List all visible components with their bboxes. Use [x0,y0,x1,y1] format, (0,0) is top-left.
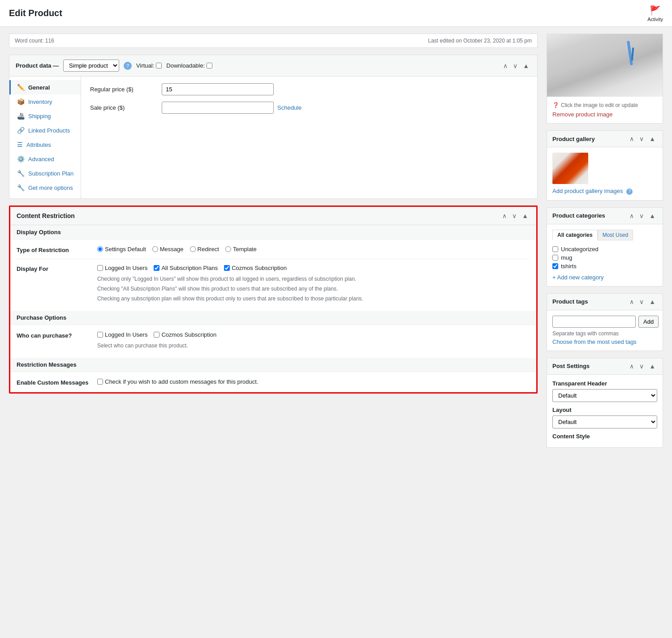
gallery-up-btn[interactable]: ∧ [628,134,636,143]
product-data-controls: ∧ ∨ ▲ [501,61,531,70]
purchase-checkbox-logged-in-input[interactable] [97,332,103,338]
radio-template[interactable]: Template [225,246,257,253]
checkbox-cozmos-input[interactable] [224,265,230,271]
nav-item-advanced[interactable]: ⚙️ Advanced [9,152,81,166]
last-edited: Last edited on October 23, 2020 at 1:05 … [428,38,532,44]
nav-item-shipping[interactable]: 🚢 Shipping [9,109,81,123]
sale-price-input[interactable] [162,102,274,114]
checkbox-all-subscription-input[interactable] [154,265,159,271]
post-settings-up-btn[interactable]: ∧ [628,362,636,371]
display-for-desc2: Checking "All Subscription Plans" will s… [97,285,530,293]
regular-price-input[interactable] [162,83,274,95]
checkbox-logged-in[interactable]: Logged In Users [97,265,147,271]
enable-custom-row: Enable Custom Messages Check if you wish… [17,378,530,386]
purchase-checkbox-cozmos[interactable]: Cozmos Subscription [154,331,216,338]
nav-item-more[interactable]: 🔧 Get more options [9,180,81,195]
nav-item-general[interactable]: ✏️ General [9,80,81,94]
schedule-link[interactable]: Schedule [277,104,302,111]
cat-item-uncategorized: Uncategorized [552,245,657,253]
radio-settings-default[interactable]: Settings Default [97,246,146,253]
product-type-select[interactable]: Simple product [63,60,119,72]
tags-input-row: Add [552,316,657,328]
remove-image-link[interactable]: Remove product image [552,111,612,118]
post-settings-header: Post Settings ∧ ∨ ▲ [547,358,663,375]
categories-toggle-btn[interactable]: ▲ [647,211,657,220]
virtual-label[interactable]: Virtual: [136,62,162,69]
collapse-down-btn[interactable]: ∨ [511,61,519,70]
layout-select[interactable]: Default [552,415,657,428]
transparent-header-select[interactable]: Default [552,389,657,402]
enable-custom-checkbox-label[interactable]: Check if you wish to add custom messages… [97,378,530,385]
cat-checkbox-mug[interactable] [552,255,558,261]
radio-message[interactable]: Message [152,246,184,253]
purchase-checkbox-logged-in[interactable]: Logged In Users [97,331,147,338]
display-options-header: Display Options [10,225,536,240]
virtual-checkbox[interactable] [156,63,162,69]
gallery-controls: ∧ ∨ ▲ [628,134,657,143]
cat-checkbox-uncategorized[interactable] [552,246,558,252]
nav-item-subscription[interactable]: 🔧 Subscription Plan [9,166,81,180]
purchase-checkbox-cozmos-input[interactable] [154,332,159,338]
nav-label-inventory: Inventory [28,98,52,105]
question-icon: ❓ [552,102,559,108]
checkbox-logged-in-input[interactable] [97,265,103,271]
tags-up-btn[interactable]: ∧ [628,297,636,306]
tags-hint: Separate tags with commas [552,330,657,337]
radio-redirect[interactable]: Redirect [190,246,219,253]
tags-down-btn[interactable]: ∨ [638,297,646,306]
gallery-down-btn[interactable]: ∨ [638,134,646,143]
post-settings-toggle-btn[interactable]: ▲ [647,362,657,371]
enable-custom-content: Check if you wish to add custom messages… [97,378,530,385]
nav-item-inventory[interactable]: 📦 Inventory [9,94,81,109]
cr-down-btn[interactable]: ∨ [510,211,518,220]
cr-up-btn[interactable]: ∧ [500,211,508,220]
categories-down-btn[interactable]: ∨ [638,211,646,220]
post-settings-down-btn[interactable]: ∨ [638,362,646,371]
display-for-checkbox-group: Logged In Users All Subscription Plans C… [97,265,530,271]
main-layout: Word count: 116 Last edited on October 2… [0,27,672,461]
radio-message-input[interactable] [152,246,158,252]
activity-button[interactable]: 🚩 Activity [647,5,663,22]
toggle-btn[interactable]: ▲ [521,61,531,70]
add-category-link[interactable]: + Add new category [552,274,657,281]
linked-icon: 🔗 [17,127,25,134]
cat-tab-all[interactable]: All categories [552,230,598,240]
cat-tab-most-used[interactable]: Most Used [598,230,633,240]
checkbox-all-subscription[interactable]: All Subscription Plans [154,265,218,271]
advanced-icon: ⚙️ [17,155,25,163]
gallery-toggle-btn[interactable]: ▲ [647,134,657,143]
radio-template-input[interactable] [225,246,231,252]
add-gallery-link[interactable]: Add product gallery images ? [552,188,633,194]
tags-add-button[interactable]: Add [638,316,659,328]
product-tags-title: Product tags [552,298,588,305]
radio-redirect-input[interactable] [190,246,196,252]
transparent-header-label: Transparent Header [552,380,657,387]
help-icon[interactable]: ? [124,62,132,70]
nav-item-linked[interactable]: 🔗 Linked Products [9,123,81,137]
product-tags-header: Product tags ∧ ∨ ▲ [547,294,663,310]
cat-checkbox-tshirts[interactable] [552,263,558,269]
downloadable-checkbox[interactable] [207,63,212,69]
product-categories-header: Product categories ∧ ∨ ▲ [547,208,663,224]
tags-input[interactable] [552,316,636,328]
tags-toggle-btn[interactable]: ▲ [647,297,657,306]
choose-tags-link[interactable]: Choose from the most used tags [552,338,637,345]
nav-label-more: Get more options [28,184,73,191]
downloadable-label[interactable]: Downloadable: [166,62,212,69]
type-of-restriction-content: Settings Default Message Redirect [97,246,530,253]
nav-item-attributes[interactable]: ☰ Attributes [9,137,81,152]
display-for-desc3: Checking any subscription plan will show… [97,295,530,303]
gallery-image-1[interactable] [552,153,588,184]
cr-toggle-btn[interactable]: ▲ [520,211,530,220]
product-data-panel: Product data — Simple product ? Virtual:… [9,55,538,199]
regular-price-row: Regular price ($) [90,83,528,95]
product-image[interactable] [547,34,663,97]
enable-custom-checkbox-input[interactable] [97,379,103,385]
word-count-bar: Word count: 116 Last edited on October 2… [9,34,538,48]
categories-up-btn[interactable]: ∧ [628,211,636,220]
collapse-up-btn[interactable]: ∧ [501,61,509,70]
more-icon: 🔧 [17,184,25,191]
radio-settings-default-input[interactable] [97,246,103,252]
checkbox-cozmos[interactable]: Cozmos Subscription [224,265,287,271]
product-image-bg [547,34,663,97]
